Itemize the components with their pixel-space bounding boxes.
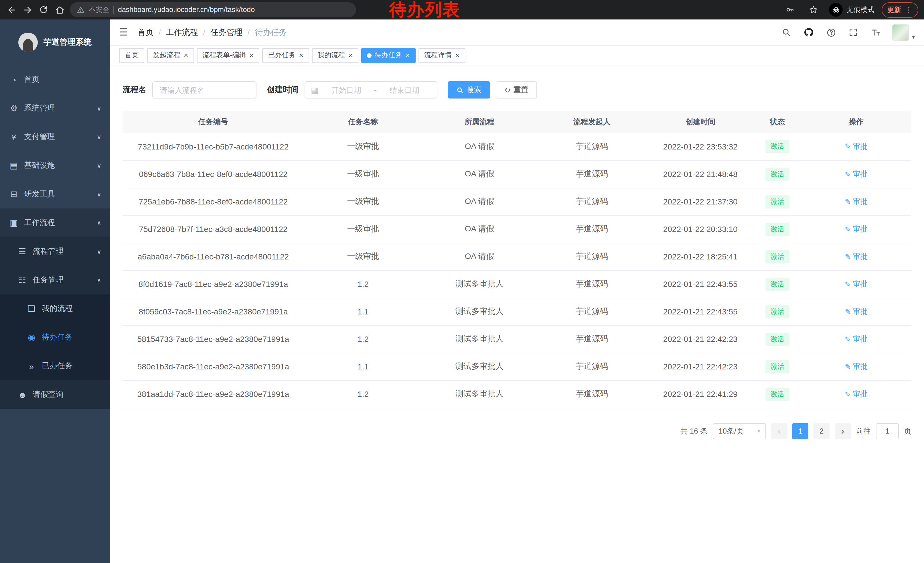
cell-task-name: 一级审批 bbox=[304, 243, 422, 270]
sidebar-item-infra[interactable]: ▤基础设施∨ bbox=[0, 151, 110, 180]
prev-page-button[interactable]: ‹ bbox=[771, 423, 787, 439]
process-name-input[interactable] bbox=[152, 81, 256, 99]
cell-task-name: 一级审批 bbox=[304, 215, 422, 243]
browser-back-button[interactable] bbox=[3, 2, 20, 18]
cell-initiator: 芋道源码 bbox=[537, 298, 647, 325]
cell-initiator: 芋道源码 bbox=[537, 353, 647, 380]
tab[interactable]: 流程表单-编辑× bbox=[196, 48, 260, 63]
page-button-1[interactable]: 1 bbox=[792, 423, 808, 439]
cell-created: 2022-01-22 23:53:32 bbox=[647, 133, 754, 161]
edit-icon: ✎ bbox=[845, 362, 851, 371]
sidebar-item-home[interactable]: ◔首页 bbox=[0, 65, 110, 94]
browser-update-button[interactable]: 更新 bbox=[882, 2, 918, 18]
approve-link[interactable]: ✎审批 bbox=[845, 334, 868, 344]
page-button-2[interactable]: 2 bbox=[813, 423, 830, 439]
tab[interactable]: 我的流程× bbox=[312, 48, 358, 63]
close-icon[interactable]: × bbox=[299, 51, 303, 59]
password-key-button[interactable] bbox=[782, 2, 798, 18]
approve-link[interactable]: ✎审批 bbox=[845, 279, 868, 289]
tab[interactable]: 待办任务× bbox=[362, 48, 416, 63]
hamburger-icon[interactable]: ☰ bbox=[119, 27, 128, 37]
close-icon[interactable]: × bbox=[455, 51, 459, 59]
close-icon[interactable]: × bbox=[406, 51, 410, 59]
breadcrumb-item[interactable]: 工作流程 bbox=[166, 27, 198, 38]
close-icon[interactable]: × bbox=[184, 51, 188, 59]
sidebar-item-my-process[interactable]: ❏我的流程 bbox=[0, 294, 110, 323]
tab[interactable]: 发起流程× bbox=[147, 48, 194, 63]
back-icon bbox=[7, 5, 16, 15]
font-size-button[interactable] bbox=[870, 26, 882, 39]
search-button[interactable]: 搜索 bbox=[448, 81, 490, 99]
help-button[interactable] bbox=[825, 26, 837, 39]
sidebar-item-process-manage[interactable]: ☰流程管理∨ bbox=[0, 237, 110, 266]
active-tab-dot-icon bbox=[367, 53, 372, 57]
filter-bar: 流程名 创建时间 ▦ - 搜索 ↻ 重置 bbox=[110, 65, 924, 111]
cell-initiator: 芋道源码 bbox=[537, 215, 647, 243]
approve-link[interactable]: ✎审批 bbox=[845, 224, 868, 234]
date-range-picker[interactable]: ▦ - bbox=[304, 81, 437, 99]
approve-link[interactable]: ✎审批 bbox=[845, 197, 868, 207]
cell-process: 测试多审批人 bbox=[422, 270, 537, 298]
reset-button[interactable]: ↻ 重置 bbox=[496, 81, 537, 99]
browser-home-button[interactable] bbox=[51, 2, 68, 18]
approve-link[interactable]: ✎审批 bbox=[845, 169, 868, 179]
user-avatar-menu[interactable]: ▾ bbox=[892, 24, 915, 41]
tab[interactable]: 流程详情× bbox=[418, 48, 465, 63]
not-secure-warning-icon bbox=[77, 6, 85, 14]
end-date-input[interactable] bbox=[378, 86, 431, 94]
omnibox-divider bbox=[113, 6, 114, 14]
approve-link[interactable]: ✎审批 bbox=[845, 362, 868, 372]
approve-link[interactable]: ✎审批 bbox=[845, 306, 868, 317]
sidebar-item-todo-task[interactable]: ◉待办任务 bbox=[0, 323, 110, 352]
goto-page-input[interactable] bbox=[876, 423, 899, 439]
next-page-button[interactable]: › bbox=[835, 423, 851, 439]
tab-label: 发起流程 bbox=[153, 50, 180, 60]
sidebar-item-done-task[interactable]: »已办任务 bbox=[0, 352, 110, 380]
sidebar-item-label: 工作流程 bbox=[24, 218, 55, 228]
task-manage-icon: ☷ bbox=[17, 275, 27, 285]
breadcrumb-item[interactable]: 首页 bbox=[138, 27, 154, 38]
cell-action: ✎审批 bbox=[801, 325, 911, 353]
approve-link[interactable]: ✎审批 bbox=[845, 141, 868, 152]
cell-process: OA 请假 bbox=[422, 133, 537, 161]
fullscreen-button[interactable] bbox=[847, 26, 860, 39]
cell-status: 激活 bbox=[754, 353, 801, 380]
tab-label: 待办任务 bbox=[375, 50, 402, 60]
cell-created: 2022-01-21 22:41:29 bbox=[647, 380, 754, 408]
sidebar-item-payment[interactable]: ¥支付管理∨ bbox=[0, 123, 110, 151]
github-link-button[interactable] bbox=[802, 26, 815, 39]
browser-forward-button[interactable] bbox=[20, 2, 36, 18]
tab[interactable]: 首页 bbox=[119, 48, 144, 63]
start-date-input[interactable] bbox=[320, 86, 373, 94]
page-size-select[interactable]: 10条/页 ▾ bbox=[713, 423, 766, 439]
address-bar[interactable]: 不安全 dashboard.yudao.iocoder.cn/bpm/task/… bbox=[70, 2, 356, 17]
app-logo[interactable]: 芋道管理系统 bbox=[0, 20, 110, 65]
status-badge: 激活 bbox=[765, 168, 789, 181]
approve-link[interactable]: ✎审批 bbox=[845, 389, 868, 399]
tab[interactable]: 已办任务× bbox=[262, 48, 309, 63]
approve-link[interactable]: ✎审批 bbox=[845, 251, 868, 262]
close-icon[interactable]: × bbox=[249, 51, 254, 59]
header-search-button[interactable] bbox=[780, 26, 793, 39]
sidebar-item-devtools[interactable]: ⊟研发工具∨ bbox=[0, 180, 110, 209]
sidebar-item-workflow[interactable]: ▣工作流程∧ bbox=[0, 209, 110, 237]
browser-refresh-button[interactable] bbox=[36, 2, 51, 18]
sidebar-item-task-manage[interactable]: ☷任务管理∧ bbox=[0, 266, 110, 294]
sidebar-item-label: 支付管理 bbox=[24, 132, 55, 142]
cell-created: 2022-01-21 22:42:23 bbox=[647, 325, 754, 353]
page-size-value: 10条/页 bbox=[718, 426, 744, 436]
sidebar-item-system[interactable]: ⚙系统管理∨ bbox=[0, 94, 110, 123]
status-badge: 激活 bbox=[765, 195, 789, 208]
table-row: 58154733-7ac8-11ec-a9e2-a2380e71991a1.2测… bbox=[123, 325, 911, 353]
eye-icon: ◉ bbox=[26, 332, 37, 342]
breadcrumb-item[interactable]: 任务管理 bbox=[210, 27, 243, 38]
incognito-badge: 无痕模式 bbox=[829, 3, 874, 17]
sidebar-item-leave-query[interactable]: ☻请假查询 bbox=[0, 380, 110, 409]
table-header: 任务编号任务名称所属流程流程发起人创建时间状态操作 bbox=[123, 111, 911, 133]
page-unit-label: 页 bbox=[904, 426, 911, 436]
bookmark-star-button[interactable] bbox=[806, 2, 822, 18]
close-icon[interactable]: × bbox=[349, 51, 353, 59]
cell-initiator: 芋道源码 bbox=[537, 243, 647, 270]
cell-task-id: 8f059c03-7ac8-11ec-a9e2-a2380e71991a bbox=[123, 298, 304, 325]
edit-icon: ✎ bbox=[845, 307, 851, 316]
